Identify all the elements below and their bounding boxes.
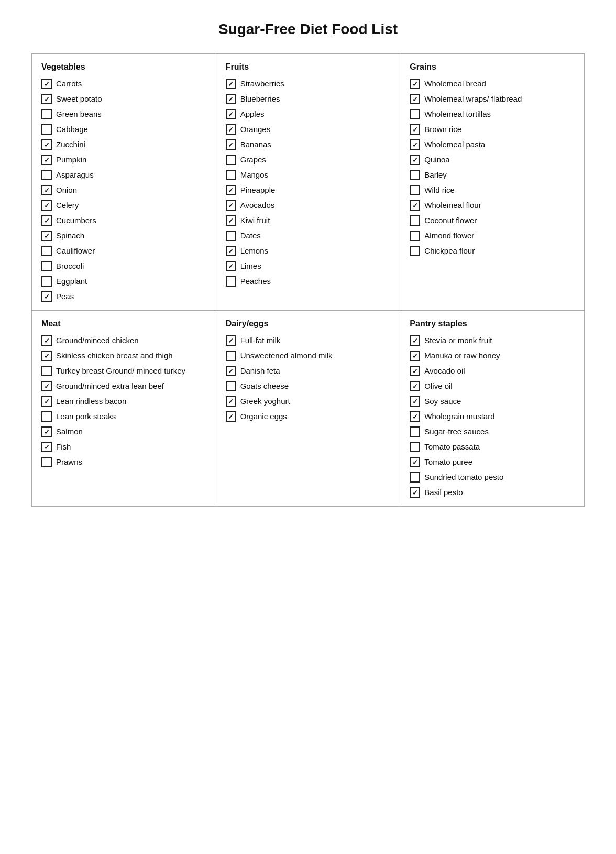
page-title: Sugar-Free Diet Food List — [218, 21, 398, 38]
checkbox-unchecked[interactable] — [41, 124, 52, 135]
list-item: Prawns — [41, 456, 206, 467]
checkbox-checked[interactable] — [410, 457, 420, 467]
checkbox-unchecked[interactable] — [41, 366, 52, 376]
checkbox-checked[interactable] — [410, 411, 420, 422]
list-item: Carrots — [41, 78, 206, 89]
list-item: Broccoli — [41, 260, 206, 271]
section-dairy: Dairy/eggsFull-fat milkUnsweetened almon… — [216, 311, 400, 507]
list-item: Lemons — [226, 245, 391, 256]
checkbox-unchecked[interactable] — [226, 276, 236, 287]
checkbox-checked[interactable] — [226, 261, 236, 271]
item-label: Tomato passata — [424, 441, 480, 452]
item-label: Grapes — [240, 154, 266, 165]
checkbox-checked[interactable] — [226, 124, 236, 135]
checkbox-checked[interactable] — [410, 351, 420, 361]
list-item: Olive oil — [410, 380, 575, 391]
checkbox-checked[interactable] — [410, 200, 420, 211]
checkbox-checked[interactable] — [410, 155, 420, 165]
checkbox-unchecked[interactable] — [410, 109, 420, 119]
checkbox-checked[interactable] — [226, 411, 236, 422]
item-label: Lean pork steaks — [56, 411, 116, 422]
checkbox-checked[interactable] — [41, 335, 52, 346]
item-label: Organic eggs — [240, 411, 287, 422]
checkbox-unchecked[interactable] — [41, 261, 52, 271]
checkbox-unchecked[interactable] — [410, 170, 420, 180]
item-label: Green beans — [56, 108, 102, 119]
checkbox-checked[interactable] — [226, 366, 236, 376]
item-label: Skinless chicken breast and thigh — [56, 350, 173, 361]
list-item: Coconut flower — [410, 215, 575, 226]
checkbox-checked[interactable] — [410, 94, 420, 104]
item-label: Danish feta — [240, 365, 280, 376]
checkbox-unchecked[interactable] — [41, 457, 52, 467]
section-title-fruits: Fruits — [226, 62, 391, 72]
checkbox-checked[interactable] — [41, 396, 52, 407]
checkbox-checked[interactable] — [41, 79, 52, 89]
checkbox-unchecked[interactable] — [410, 231, 420, 241]
item-label: Cucumbers — [56, 215, 96, 226]
checkbox-checked[interactable] — [41, 155, 52, 165]
checkbox-checked[interactable] — [226, 246, 236, 256]
checkbox-checked[interactable] — [410, 139, 420, 150]
item-label: Dates — [240, 230, 261, 241]
list-item: Quinoa — [410, 154, 575, 165]
checkbox-unchecked[interactable] — [410, 246, 420, 256]
list-item: Oranges — [226, 124, 391, 135]
checkbox-checked[interactable] — [226, 94, 236, 104]
item-label: Sugar-free sauces — [424, 426, 489, 437]
checkbox-unchecked[interactable] — [41, 246, 52, 256]
checkbox-checked[interactable] — [41, 426, 52, 437]
checkbox-checked[interactable] — [410, 79, 420, 89]
checkbox-checked[interactable] — [226, 396, 236, 407]
checkbox-checked[interactable] — [410, 381, 420, 391]
list-item: Green beans — [41, 108, 206, 119]
checkbox-checked[interactable] — [41, 94, 52, 104]
checkbox-unchecked[interactable] — [410, 442, 420, 452]
item-label: Broccoli — [56, 260, 84, 271]
checkbox-unchecked[interactable] — [410, 215, 420, 226]
checkbox-checked[interactable] — [226, 215, 236, 226]
list-item: Greek yoghurt — [226, 396, 391, 407]
list-item: Wild rice — [410, 184, 575, 195]
checkbox-unchecked[interactable] — [226, 381, 236, 391]
checkbox-unchecked[interactable] — [410, 472, 420, 483]
checkbox-unchecked[interactable] — [226, 155, 236, 165]
checkbox-unchecked[interactable] — [226, 170, 236, 180]
checkbox-checked[interactable] — [41, 442, 52, 452]
checkbox-checked[interactable] — [410, 124, 420, 135]
section-meat: MeatGround/minced chickenSkinless chicke… — [32, 311, 216, 507]
list-item: Tomato passata — [410, 441, 575, 452]
checkbox-checked[interactable] — [41, 139, 52, 150]
checkbox-checked[interactable] — [41, 381, 52, 391]
checkbox-checked[interactable] — [410, 487, 420, 498]
checkbox-checked[interactable] — [41, 291, 52, 302]
checkbox-checked[interactable] — [226, 200, 236, 211]
item-label: Wholemeal flour — [424, 200, 481, 211]
checkbox-checked[interactable] — [41, 351, 52, 361]
checkbox-checked[interactable] — [41, 231, 52, 241]
item-label: Lemons — [240, 245, 268, 256]
checkbox-checked[interactable] — [410, 335, 420, 346]
checkbox-checked[interactable] — [410, 396, 420, 407]
checkbox-unchecked[interactable] — [410, 426, 420, 437]
item-label: Eggplant — [56, 276, 87, 287]
list-item: Sugar-free sauces — [410, 426, 575, 437]
checkbox-checked[interactable] — [41, 215, 52, 226]
checkbox-checked[interactable] — [226, 79, 236, 89]
item-label: Manuka or raw honey — [424, 350, 500, 361]
checkbox-checked[interactable] — [226, 335, 236, 346]
checkbox-unchecked[interactable] — [41, 109, 52, 119]
checkbox-checked[interactable] — [226, 109, 236, 119]
checkbox-checked[interactable] — [41, 185, 52, 195]
checkbox-unchecked[interactable] — [41, 276, 52, 287]
checkbox-checked[interactable] — [226, 139, 236, 150]
checkbox-unchecked[interactable] — [41, 411, 52, 422]
checkbox-unchecked[interactable] — [410, 185, 420, 195]
item-label: Wholemeal bread — [424, 78, 486, 89]
checkbox-unchecked[interactable] — [226, 351, 236, 361]
checkbox-checked[interactable] — [41, 200, 52, 211]
checkbox-unchecked[interactable] — [226, 231, 236, 241]
checkbox-checked[interactable] — [226, 185, 236, 195]
checkbox-checked[interactable] — [410, 366, 420, 376]
checkbox-unchecked[interactable] — [41, 170, 52, 180]
